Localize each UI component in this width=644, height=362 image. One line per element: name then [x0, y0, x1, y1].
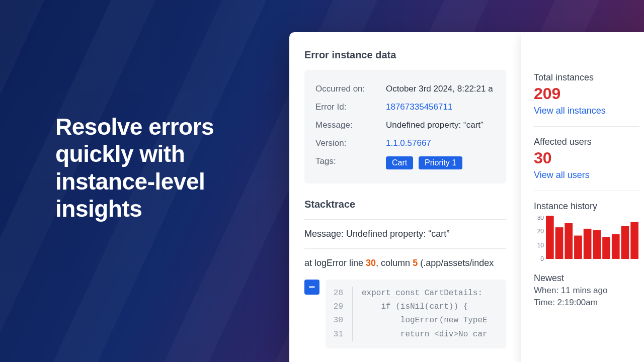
view-all-instances-link[interactable]: View all instances	[534, 106, 639, 116]
value-message: Undefined property: “cart”	[386, 120, 484, 130]
section-title-error-data: Error instance data	[304, 49, 506, 61]
code-lineno: 31	[326, 328, 353, 341]
affected-users-value: 30	[534, 149, 639, 167]
row-version: Version: 1.1.0.57667	[315, 134, 495, 152]
code-lineno: 28	[326, 287, 353, 300]
divider	[304, 219, 506, 220]
code-block: 28export const CartDetails:29 if (isNil(…	[326, 280, 506, 348]
history-bar	[555, 228, 564, 259]
code-text: return <div>No car	[353, 328, 488, 341]
code-text: logError(new TypeE	[353, 314, 488, 327]
stack-message-body: Undefined property: “cart”	[346, 229, 449, 239]
history-bar	[621, 226, 629, 259]
newest-time: Time: 2:19:00am	[534, 298, 639, 308]
code-text: export const CartDetails:	[353, 287, 482, 300]
sidebar: Total instances 209 View all instances A…	[521, 32, 644, 362]
stack-loc-after: (.app/assets/index	[418, 258, 494, 268]
value-version[interactable]: 1.1.0.57667	[386, 138, 431, 148]
row-message: Message: Undefined property: “cart”	[315, 116, 495, 134]
error-info-box: Occurred on: October 3rd 2024, 8:22:21 a…	[304, 70, 506, 184]
label-message: Message:	[315, 120, 386, 130]
history-bar	[630, 222, 638, 259]
value-errorid[interactable]: 18767335456711	[386, 102, 452, 112]
code-line: 29 if (isNil(cart)) {	[326, 300, 506, 314]
stack-loc-col: 5	[413, 258, 418, 268]
total-instances-label: Total instances	[534, 72, 639, 83]
history-bar	[602, 237, 610, 259]
history-bar	[593, 230, 601, 259]
tag-cart[interactable]: Cart	[386, 156, 413, 169]
label-tags: Tags:	[315, 156, 386, 169]
newest-time-label: Time:	[534, 298, 557, 307]
view-all-users-link[interactable]: View all users	[534, 170, 639, 180]
code-text: if (isNil(cart)) {	[353, 300, 468, 314]
label-version: Version:	[315, 138, 386, 148]
instance-history-chart: 0102030	[534, 216, 639, 266]
code-line: 30 logError(new TypeE	[326, 314, 506, 327]
svg-text:0: 0	[540, 255, 544, 262]
svg-text:10: 10	[537, 242, 544, 249]
code-line: 31 return <div>No car	[326, 328, 506, 341]
history-bar	[546, 216, 554, 259]
stack-message: Message: Undefined property: “cart”	[304, 229, 506, 239]
newest-when-value: 11 mins ago	[561, 286, 608, 295]
history-bar	[565, 223, 573, 259]
row-occurred: Occurred on: October 3rd 2024, 8:22:21 a	[315, 80, 495, 98]
value-tags: Cart Priority 1	[386, 156, 465, 169]
newest-time-value: 2:19:00am	[557, 298, 598, 307]
row-tags: Tags: Cart Priority 1	[315, 152, 495, 173]
newest-when: When: 11 mins ago	[534, 286, 639, 296]
section-title-stacktrace: Stacktrace	[304, 199, 506, 210]
stack-message-prefix: Message:	[304, 229, 346, 239]
newest-label: Newest	[534, 273, 639, 284]
label-occurred: Occurred on:	[315, 84, 386, 94]
affected-users-label: Affected users	[534, 137, 639, 147]
code-lineno: 30	[326, 314, 353, 327]
total-instances-value: 209	[534, 85, 639, 103]
stack-loc-before: at logError line	[304, 258, 366, 268]
code-line: 28export const CartDetails:	[326, 287, 506, 300]
hero-headline: Resolve errors quickly with instance-lev…	[55, 113, 267, 222]
divider	[304, 248, 506, 249]
row-errorid: Error Id: 18767335456711	[315, 98, 495, 116]
stack-loc-line: 30	[366, 258, 376, 268]
value-occurred: October 3rd 2024, 8:22:21 a	[386, 84, 493, 94]
instance-history-label: Instance history	[534, 201, 639, 212]
collapse-button[interactable]: −	[304, 280, 319, 295]
stack-location: at logError line 30, column 5 (.app/asse…	[304, 258, 506, 268]
history-bar	[574, 236, 582, 259]
minus-icon: −	[309, 282, 315, 293]
stack-loc-col-before: , column	[376, 258, 413, 268]
newest-when-label: When:	[534, 286, 561, 295]
error-panel: Error instance data Occurred on: October…	[289, 32, 644, 362]
tag-priority[interactable]: Priority 1	[419, 156, 462, 169]
code-lineno: 29	[326, 300, 353, 314]
svg-text:20: 20	[537, 228, 544, 235]
svg-text:30: 30	[537, 216, 544, 221]
history-bar	[584, 229, 592, 259]
label-errorid: Error Id:	[315, 102, 386, 112]
history-bar	[612, 234, 620, 259]
